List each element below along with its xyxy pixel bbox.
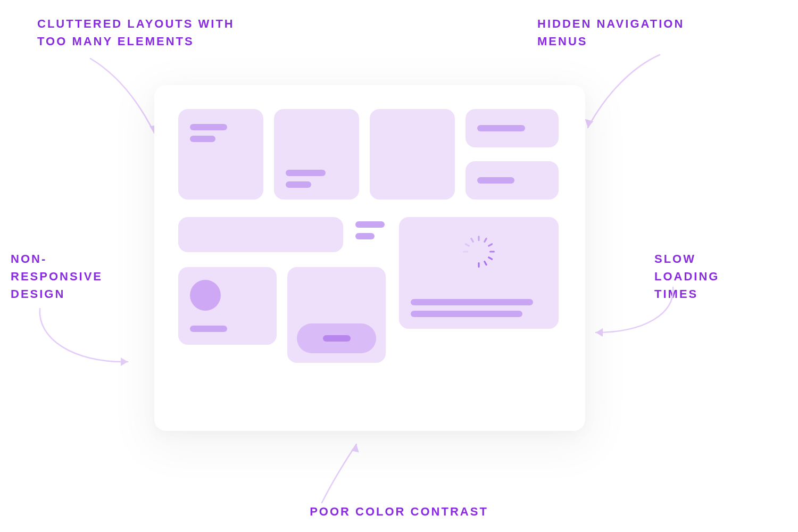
svg-rect-12 — [488, 256, 493, 261]
callout-poor-contrast: POOR COLOR CONTRAST — [287, 503, 511, 520]
loading-spinner-icon — [460, 233, 497, 270]
callout-cluttered-layouts: CLUTTERED LAYOUTS WITH TOO MANY ELEMENTS — [37, 15, 261, 50]
svg-rect-5 — [463, 251, 468, 252]
wireframe-block — [466, 109, 559, 147]
callout-hidden-navigation: HIDDEN NAVIGATION MENUS — [537, 15, 713, 50]
svg-rect-8 — [478, 236, 479, 241]
wireframe-block — [466, 161, 559, 200]
arrow-bottom-center — [303, 439, 388, 508]
callout-slow-loading: SLOW LOADING TIMES — [654, 250, 761, 303]
placeholder-bar — [411, 299, 533, 305]
wireframe-block — [178, 109, 263, 200]
wireframe-loading-block — [399, 217, 559, 329]
arrow-top-right — [575, 51, 681, 141]
placeholder-bar — [190, 326, 227, 332]
placeholder-bar — [477, 125, 525, 131]
wireframe-profile-block — [178, 267, 277, 345]
avatar-placeholder-icon — [190, 280, 221, 311]
wireframe-block — [178, 217, 343, 252]
svg-rect-13 — [484, 261, 488, 266]
placeholder-bar — [323, 335, 351, 342]
placeholder-bar — [190, 124, 227, 130]
wireframe-contrast-block — [287, 267, 386, 363]
svg-rect-10 — [488, 243, 493, 247]
wireframe-block — [274, 109, 359, 200]
placeholder-bar — [477, 177, 514, 184]
placeholder-bar — [286, 170, 326, 176]
svg-rect-6 — [464, 243, 470, 247]
callout-non-responsive: NON-RESPONSIVE DESIGN — [11, 250, 117, 303]
svg-marker-2 — [121, 358, 128, 366]
svg-rect-9 — [484, 237, 488, 243]
placeholder-bar — [355, 233, 375, 239]
svg-marker-3 — [596, 328, 603, 337]
low-contrast-button — [297, 323, 376, 353]
placeholder-bar — [286, 181, 311, 188]
svg-marker-4 — [350, 444, 359, 454]
svg-marker-1 — [585, 117, 595, 128]
placeholder-bar — [190, 136, 215, 142]
placeholder-bar — [411, 311, 522, 317]
wireframe-block — [370, 109, 455, 200]
placeholder-bar — [355, 221, 385, 228]
arrow-middle-left — [24, 298, 141, 388]
svg-rect-11 — [489, 251, 495, 252]
svg-rect-7 — [470, 237, 475, 243]
ui-mockup-card — [154, 85, 585, 431]
svg-rect-14 — [478, 262, 479, 268]
